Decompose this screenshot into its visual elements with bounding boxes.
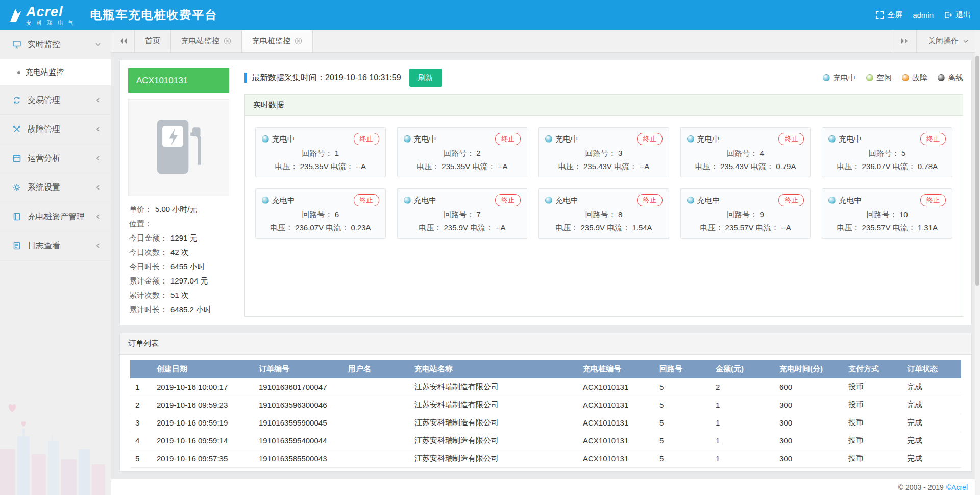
gear-icon bbox=[12, 183, 21, 192]
cell-order-number: 1910163595400044 bbox=[254, 432, 343, 450]
order-table-header-row: 创建日期 订单编号 用户名 充电站名称 充电桩编号 bbox=[130, 360, 961, 378]
voltage-value: 235.43V bbox=[720, 162, 749, 171]
tools-icon bbox=[12, 125, 21, 134]
scrollbar-thumb[interactable] bbox=[975, 56, 979, 286]
circuit-status: 充电中 bbox=[839, 134, 862, 144]
sidebar-item-fault-management[interactable]: 故障管理 bbox=[0, 115, 111, 144]
realtime-data-box: 实时数据 充电中 终止 bbox=[244, 94, 963, 317]
sidebar-item-pile-asset-management[interactable]: 充电桩资产管理 bbox=[0, 202, 111, 231]
stop-charging-button[interactable]: 终止 bbox=[637, 194, 663, 206]
close-icon[interactable] bbox=[224, 37, 231, 45]
cell-circuit-number: 5 bbox=[654, 414, 710, 432]
charging-pile-icon bbox=[149, 115, 208, 180]
current-label: 电流： bbox=[893, 223, 916, 232]
circuit-card: 充电中 终止 回路号： 6 bbox=[255, 188, 386, 239]
vertical-scrollbar[interactable] bbox=[975, 30, 980, 495]
tab-pile-monitor[interactable]: 充电桩监控 bbox=[242, 30, 313, 52]
stop-charging-button[interactable]: 终止 bbox=[920, 133, 946, 145]
logo-mark-icon bbox=[9, 8, 22, 23]
current-label: 电流： bbox=[472, 162, 495, 171]
cell-create-date: 2019-10-16 10:00:17 bbox=[152, 378, 254, 396]
tab-home[interactable]: 首页 bbox=[135, 30, 171, 52]
legend-label: 充电中 bbox=[833, 73, 856, 83]
stop-charging-button[interactable]: 终止 bbox=[495, 133, 521, 145]
stop-charging-button[interactable]: 终止 bbox=[778, 133, 804, 145]
stop-charging-button[interactable]: 终止 bbox=[354, 133, 379, 145]
charging-status-icon bbox=[404, 197, 411, 204]
charging-status-icon bbox=[545, 135, 552, 143]
sidebar-item-log-view[interactable]: 日志查看 bbox=[0, 231, 111, 261]
row-index: 3 bbox=[130, 414, 152, 432]
sidebar-item-operation-analysis[interactable]: 运营分析 bbox=[0, 144, 111, 173]
circuit-number-label: 回路号： bbox=[869, 149, 899, 157]
cell-order-status: 完成 bbox=[902, 432, 961, 450]
circuit-number-value: 10 bbox=[899, 210, 908, 219]
sidebar-item-system-settings[interactable]: 系统设置 bbox=[0, 173, 111, 202]
cell-pile-number: ACX1010131 bbox=[578, 450, 654, 467]
scroll-tabs-right-button[interactable] bbox=[893, 30, 916, 52]
voltage-value: 235.35V bbox=[300, 162, 329, 171]
current-value: 1.31A bbox=[918, 223, 938, 232]
sidebar-item-station-monitor[interactable]: 充电站监控 bbox=[0, 59, 111, 86]
close-operations-button[interactable]: 关闭操作 bbox=[916, 30, 980, 52]
cell-username bbox=[343, 414, 409, 432]
cell-station-name: 江苏安科瑞制造有限公司 bbox=[409, 378, 578, 396]
cell-station-name: 江苏安科瑞制造有限公司 bbox=[409, 414, 578, 432]
circuit-number-label: 回路号： bbox=[585, 210, 616, 219]
pile-stat-row: 今日时长：6455 小时 bbox=[129, 260, 228, 274]
voltage-label: 电压： bbox=[555, 223, 578, 232]
charging-status-icon bbox=[828, 197, 836, 204]
charging-status-icon bbox=[545, 197, 552, 204]
stop-charging-button[interactable]: 终止 bbox=[495, 194, 521, 206]
column-header: 金额(元) bbox=[710, 360, 774, 378]
charging-status-icon bbox=[687, 135, 694, 143]
pile-monitor-panel: ACX1010131 bbox=[119, 60, 972, 325]
tab-station-monitor[interactable]: 充电站监控 bbox=[171, 30, 242, 52]
logo-wordmark: Acrel bbox=[26, 5, 76, 19]
stop-charging-button[interactable]: 终止 bbox=[778, 194, 804, 206]
bullet-icon bbox=[17, 71, 20, 74]
current-label: 电流： bbox=[326, 223, 349, 232]
refresh-button[interactable]: 刷新 bbox=[409, 69, 442, 87]
circuit-status: 充电中 bbox=[272, 134, 295, 144]
pile-summary-card: ACX1010131 bbox=[128, 68, 229, 317]
row-index: 1 bbox=[130, 378, 152, 396]
monitor-header-row: 最新数据采集时间：2019-10-16 10:31:59 刷新 充电中 bbox=[244, 68, 963, 87]
fullscreen-icon bbox=[875, 11, 884, 19]
legend-label: 故障 bbox=[912, 73, 927, 83]
pile-id: ACX1010131 bbox=[128, 68, 229, 93]
stop-charging-button[interactable]: 终止 bbox=[920, 194, 946, 206]
acrel-link[interactable]: ©Acrel bbox=[946, 483, 968, 491]
submenu-realtime-monitor: 充电站监控 bbox=[0, 59, 111, 86]
close-icon[interactable] bbox=[295, 37, 302, 45]
voltage-value: 235.57V bbox=[862, 223, 891, 232]
stat-value: 6485.2 小时 bbox=[170, 305, 211, 314]
scroll-tabs-left-button[interactable] bbox=[111, 30, 135, 52]
circuit-card: 充电中 终止 回路号： 3 bbox=[538, 127, 669, 177]
cell-pay-method: 投币 bbox=[843, 450, 902, 467]
circuit-status: 充电中 bbox=[697, 134, 720, 144]
chevron-down-icon bbox=[94, 41, 102, 48]
pile-icon-box bbox=[128, 99, 229, 196]
stop-charging-button[interactable]: 终止 bbox=[637, 133, 663, 145]
cell-circuit-number: 5 bbox=[654, 450, 710, 467]
sidebar-item-transaction-management[interactable]: 交易管理 bbox=[0, 86, 111, 115]
logout-button[interactable]: 退出 bbox=[944, 10, 971, 20]
charging-status-icon bbox=[687, 197, 694, 204]
sidebar-item-realtime-monitor[interactable]: 实时监控 bbox=[0, 30, 111, 59]
user-menu[interactable]: admin bbox=[913, 11, 934, 19]
circuit-number-value: 1 bbox=[335, 149, 339, 157]
copyright-text: © 2003 - 2019 bbox=[898, 483, 944, 491]
fullscreen-button[interactable]: 全屏 bbox=[875, 10, 902, 20]
circuit-number-label: 回路号： bbox=[302, 149, 333, 157]
stat-label: 累计次数： bbox=[129, 291, 167, 299]
main-area: 首页 充电站监控 充电桩监控 关闭操作 bbox=[111, 30, 980, 495]
cell-station-name: 江苏安科瑞制造有限公司 bbox=[409, 432, 578, 450]
circuit-number-value: 9 bbox=[760, 210, 764, 219]
legend-label: 空闲 bbox=[876, 73, 892, 83]
circuit-number-value: 7 bbox=[476, 210, 480, 219]
cell-charge-minutes: 300 bbox=[774, 432, 843, 450]
current-label: 电流： bbox=[751, 162, 774, 171]
circuit-number-label: 回路号： bbox=[302, 210, 333, 219]
stop-charging-button[interactable]: 终止 bbox=[354, 194, 379, 206]
